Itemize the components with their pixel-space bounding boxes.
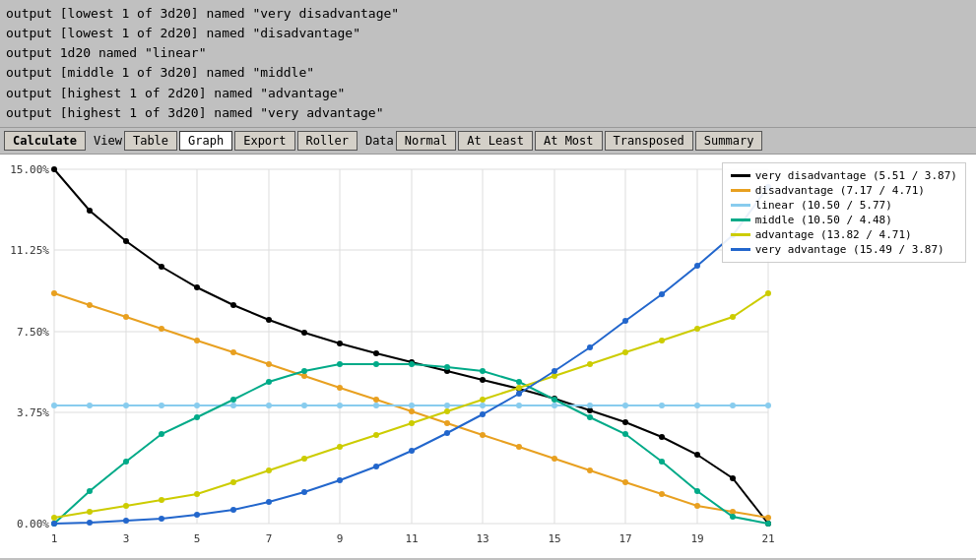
svg-point-103 bbox=[266, 379, 272, 385]
transposed-button[interactable]: Transposed bbox=[605, 131, 693, 151]
svg-point-101 bbox=[194, 414, 200, 420]
svg-point-41 bbox=[337, 341, 343, 346]
svg-point-76 bbox=[51, 403, 57, 408]
svg-point-64 bbox=[409, 408, 415, 414]
svg-point-133 bbox=[587, 361, 593, 367]
legend-item-advantage: advantage (13.82 / 4.71) bbox=[731, 228, 957, 241]
svg-text:17: 17 bbox=[618, 532, 631, 545]
svg-point-95 bbox=[730, 403, 736, 408]
svg-point-104 bbox=[301, 368, 307, 374]
legend-label-very-disadvantage: very disadvantage (5.51 / 3.87) bbox=[755, 169, 957, 182]
svg-point-131 bbox=[516, 385, 522, 391]
svg-point-123 bbox=[230, 479, 236, 485]
svg-text:5: 5 bbox=[194, 532, 201, 545]
svg-point-94 bbox=[694, 403, 700, 408]
svg-point-117 bbox=[765, 521, 771, 527]
output-line-2: output [lowest 1 of 2d20] named "disadva… bbox=[6, 24, 970, 43]
svg-point-147 bbox=[337, 477, 343, 483]
svg-point-87 bbox=[444, 403, 450, 408]
svg-point-50 bbox=[659, 434, 665, 440]
svg-point-38 bbox=[230, 302, 236, 308]
svg-point-84 bbox=[337, 403, 343, 408]
svg-point-66 bbox=[480, 432, 486, 438]
legend-label-linear: linear (10.50 / 5.77) bbox=[755, 199, 892, 212]
svg-point-136 bbox=[694, 326, 700, 332]
svg-point-127 bbox=[373, 432, 379, 438]
svg-point-81 bbox=[230, 403, 236, 408]
svg-point-63 bbox=[373, 397, 379, 403]
svg-point-90 bbox=[552, 403, 557, 408]
legend-line-middle bbox=[731, 218, 750, 221]
svg-point-96 bbox=[765, 403, 771, 408]
output-line-4: output [middle 1 of 3d20] named "middle" bbox=[6, 63, 970, 83]
svg-point-113 bbox=[622, 431, 628, 437]
svg-point-107 bbox=[409, 361, 415, 367]
svg-point-83 bbox=[301, 403, 307, 408]
svg-point-106 bbox=[373, 361, 379, 367]
svg-point-77 bbox=[87, 403, 93, 408]
svg-point-42 bbox=[373, 350, 379, 356]
svg-point-146 bbox=[301, 489, 307, 495]
svg-point-157 bbox=[694, 263, 700, 269]
svg-point-56 bbox=[123, 314, 129, 320]
svg-point-59 bbox=[230, 349, 236, 355]
legend-line-advantage bbox=[731, 233, 750, 236]
legend-item-disadvantage: disadvantage (7.17 / 4.71) bbox=[731, 184, 957, 197]
svg-point-78 bbox=[123, 403, 129, 408]
svg-point-51 bbox=[694, 452, 700, 458]
svg-point-82 bbox=[266, 403, 272, 408]
svg-point-36 bbox=[159, 264, 164, 270]
svg-text:9: 9 bbox=[337, 532, 344, 545]
svg-point-130 bbox=[480, 397, 486, 403]
svg-point-52 bbox=[730, 475, 736, 481]
svg-point-98 bbox=[87, 488, 93, 494]
svg-point-35 bbox=[123, 238, 129, 244]
legend-label-very-advantage: very advantage (15.49 / 3.87) bbox=[755, 243, 944, 256]
svg-point-80 bbox=[194, 403, 200, 408]
svg-point-70 bbox=[622, 479, 628, 485]
svg-point-134 bbox=[622, 349, 628, 355]
svg-text:13: 13 bbox=[476, 532, 488, 545]
svg-point-55 bbox=[87, 302, 93, 308]
at-least-button[interactable]: At Least bbox=[458, 131, 533, 151]
summary-button[interactable]: Summary bbox=[695, 131, 763, 151]
legend-item-very-advantage: very advantage (15.49 / 3.87) bbox=[731, 243, 957, 256]
chart-area: 15.00% 11.25% 7.50% 3.75% 0.00% 1 3 5 7 … bbox=[0, 155, 976, 558]
svg-point-139 bbox=[51, 521, 57, 527]
svg-point-88 bbox=[480, 403, 486, 408]
legend-item-middle: middle (10.50 / 4.48) bbox=[731, 214, 957, 226]
legend-line-disadvantage bbox=[731, 189, 750, 192]
output-area: output [lowest 1 of 3d20] named "very di… bbox=[0, 0, 976, 127]
table-button[interactable]: Table bbox=[124, 131, 177, 151]
toolbar: Calculate View Table Graph Export Roller… bbox=[0, 127, 976, 155]
svg-point-138 bbox=[765, 290, 771, 296]
svg-point-58 bbox=[194, 338, 200, 343]
svg-point-92 bbox=[622, 403, 628, 408]
svg-text:11.25%: 11.25% bbox=[10, 244, 49, 257]
svg-point-126 bbox=[337, 444, 343, 450]
normal-button[interactable]: Normal bbox=[396, 131, 456, 151]
svg-point-108 bbox=[444, 364, 450, 370]
svg-point-109 bbox=[480, 368, 486, 374]
export-button[interactable]: Export bbox=[234, 131, 294, 151]
legend-line-very-advantage bbox=[731, 248, 750, 251]
graph-button[interactable]: Graph bbox=[179, 131, 232, 151]
svg-point-155 bbox=[622, 318, 628, 324]
at-most-button[interactable]: At Most bbox=[535, 131, 603, 151]
svg-point-135 bbox=[659, 338, 665, 343]
legend-label-advantage: advantage (13.82 / 4.71) bbox=[755, 228, 912, 241]
svg-point-60 bbox=[266, 361, 272, 367]
roller-button[interactable]: Roller bbox=[297, 131, 358, 151]
calculate-button[interactable]: Calculate bbox=[4, 131, 86, 151]
svg-point-39 bbox=[266, 317, 272, 323]
svg-point-62 bbox=[337, 385, 343, 391]
svg-point-153 bbox=[552, 368, 557, 374]
svg-point-49 bbox=[622, 419, 628, 425]
svg-point-152 bbox=[516, 391, 522, 397]
svg-text:3: 3 bbox=[123, 532, 130, 545]
svg-point-72 bbox=[694, 503, 700, 509]
svg-point-156 bbox=[659, 291, 665, 297]
svg-point-34 bbox=[87, 208, 93, 214]
chart-legend: very disadvantage (5.51 / 3.87) disadvan… bbox=[722, 162, 966, 263]
output-line-6: output [highest 1 of 3d20] named "very a… bbox=[6, 103, 970, 123]
